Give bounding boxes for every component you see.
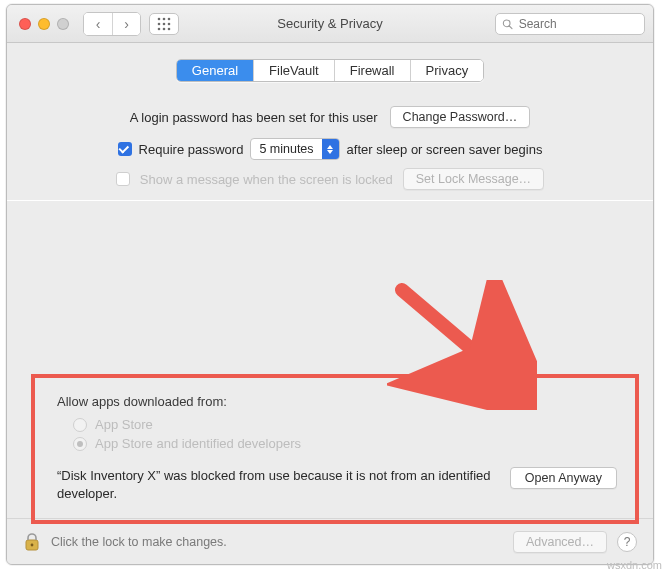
divider xyxy=(7,200,653,201)
login-password-row: A login password has been set for this u… xyxy=(31,106,629,128)
tab-filevault[interactable]: FileVault xyxy=(253,60,334,81)
watermark: wsxdn.com xyxy=(607,559,662,571)
minimize-window-button[interactable] xyxy=(38,18,50,30)
lock-message-row: Show a message when the screen is locked… xyxy=(31,168,629,190)
svg-point-0 xyxy=(158,17,161,20)
svg-point-1 xyxy=(163,17,166,20)
require-password-row: Require password 5 minutes after sleep o… xyxy=(31,138,629,160)
option-app-store[interactable]: App Store xyxy=(73,417,617,432)
show-all-button[interactable] xyxy=(149,13,179,35)
preferences-window: ‹ › Security & Privacy General Fil xyxy=(6,4,654,565)
option-identified-label: App Store and identified developers xyxy=(95,436,301,451)
svg-line-10 xyxy=(509,26,512,29)
blocked-app-row: “Disk Inventory X” was blocked from use … xyxy=(57,467,617,502)
advanced-button[interactable]: Advanced… xyxy=(513,531,607,553)
content: A login password has been set for this u… xyxy=(7,82,653,518)
svg-point-7 xyxy=(163,27,166,30)
footer: Click the lock to make changes. Advanced… xyxy=(7,518,653,564)
tabs: General FileVault Firewall Privacy xyxy=(176,59,484,82)
show-lock-message-label: Show a message when the screen is locked xyxy=(140,172,393,187)
search-field[interactable] xyxy=(495,13,645,35)
window-controls xyxy=(19,18,69,30)
footer-right: Advanced… ? xyxy=(513,531,637,553)
require-password-checkbox[interactable] xyxy=(118,142,132,156)
tabs-row: General FileVault Firewall Privacy xyxy=(7,59,653,82)
svg-point-13 xyxy=(31,543,34,546)
open-anyway-button[interactable]: Open Anyway xyxy=(510,467,617,489)
login-password-text: A login password has been set for this u… xyxy=(130,110,378,125)
tab-firewall[interactable]: Firewall xyxy=(334,60,410,81)
tab-privacy[interactable]: Privacy xyxy=(410,60,484,81)
password-delay-suffix: after sleep or screen saver begins xyxy=(347,142,543,157)
svg-point-8 xyxy=(168,27,171,30)
lock-icon[interactable] xyxy=(23,532,41,552)
allow-apps-heading: Allow apps downloaded from: xyxy=(57,394,617,409)
allow-apps-section: Allow apps downloaded from: App Store Ap… xyxy=(31,374,639,524)
svg-point-3 xyxy=(158,22,161,25)
password-delay-value: 5 minutes xyxy=(251,142,321,156)
blocked-app-message: “Disk Inventory X” was blocked from use … xyxy=(57,467,498,502)
titlebar: ‹ › Security & Privacy xyxy=(7,5,653,43)
grid-icon xyxy=(157,17,171,31)
back-button[interactable]: ‹ xyxy=(84,13,112,35)
svg-line-11 xyxy=(402,290,502,375)
allow-apps-options: App Store App Store and identified devel… xyxy=(57,417,617,451)
forward-button[interactable]: › xyxy=(112,13,140,35)
search-icon xyxy=(502,18,513,30)
option-app-store-label: App Store xyxy=(95,417,153,432)
svg-point-2 xyxy=(168,17,171,20)
radio-icon xyxy=(73,437,87,451)
change-password-button[interactable]: Change Password… xyxy=(390,106,531,128)
nav-arrows: ‹ › xyxy=(83,12,141,36)
tab-general[interactable]: General xyxy=(177,60,253,81)
option-identified-developers[interactable]: App Store and identified developers xyxy=(73,436,617,451)
close-window-button[interactable] xyxy=(19,18,31,30)
show-lock-message-checkbox[interactable] xyxy=(116,172,130,186)
svg-point-6 xyxy=(158,27,161,30)
require-password-label: Require password xyxy=(139,142,244,157)
svg-point-4 xyxy=(163,22,166,25)
zoom-window-button[interactable] xyxy=(57,18,69,30)
svg-point-5 xyxy=(168,22,171,25)
search-input[interactable] xyxy=(517,16,638,32)
radio-icon xyxy=(73,418,87,432)
set-lock-message-button[interactable]: Set Lock Message… xyxy=(403,168,544,190)
help-button[interactable]: ? xyxy=(617,532,637,552)
password-delay-select[interactable]: 5 minutes xyxy=(250,138,339,160)
lock-text: Click the lock to make changes. xyxy=(51,535,227,549)
stepper-icon xyxy=(322,139,339,159)
